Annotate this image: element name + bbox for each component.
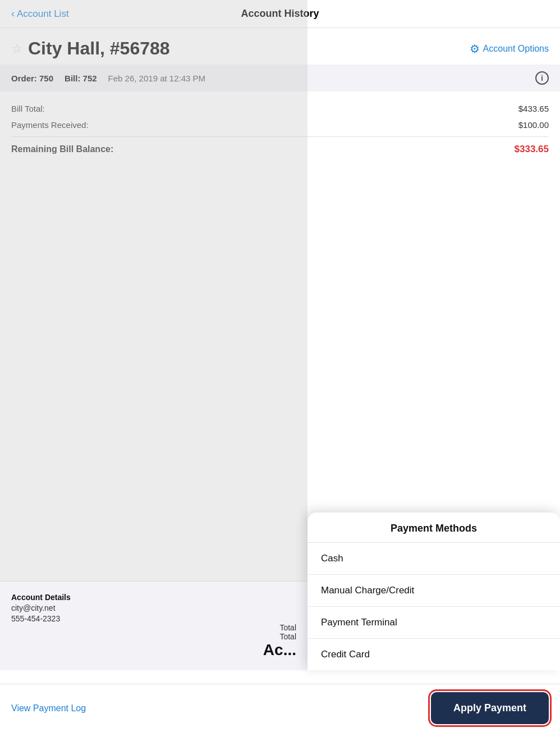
payment-panel: Payment Methods Cash Manual Charge/Credi… (307, 513, 560, 670)
view-payment-log-button[interactable]: View Payment Log (11, 703, 86, 713)
account-details-title: Account Details (11, 593, 296, 602)
gray-overlay (0, 0, 307, 670)
payment-methods-title: Payment Methods (391, 523, 477, 534)
gear-icon: ⚙ (470, 42, 480, 56)
remaining-balance-value: $333.65 (515, 144, 549, 155)
account-details-bar: Account Details city@city.net 555-454-23… (0, 581, 307, 670)
account-options-button[interactable]: ⚙ Account Options (470, 42, 549, 56)
total-label-1: Total (11, 623, 296, 632)
total-label-2: Total (11, 632, 296, 641)
bill-total-value: $433.65 (518, 104, 549, 113)
apply-payment-button[interactable]: Apply Payment (431, 692, 549, 724)
account-options-label: Account Options (483, 44, 549, 54)
account-code: Ac... (11, 641, 296, 659)
payment-method-credit-card[interactable]: Credit Card (307, 639, 560, 670)
footer-actions: View Payment Log Apply Payment (0, 684, 560, 732)
payment-method-cash[interactable]: Cash (307, 543, 560, 575)
account-details-right: Total Total Ac... (11, 623, 296, 659)
account-details-email: city@city.net (11, 603, 296, 612)
payment-method-terminal[interactable]: Payment Terminal (307, 607, 560, 639)
payments-received-value: $100.00 (518, 120, 549, 130)
info-icon[interactable]: i (535, 71, 549, 85)
payment-methods-header: Payment Methods (307, 513, 560, 543)
account-details-phone: 555-454-2323 (11, 614, 296, 623)
account-details-left: Account Details city@city.net 555-454-23… (11, 593, 296, 623)
payment-method-manual[interactable]: Manual Charge/Credit (307, 575, 560, 607)
